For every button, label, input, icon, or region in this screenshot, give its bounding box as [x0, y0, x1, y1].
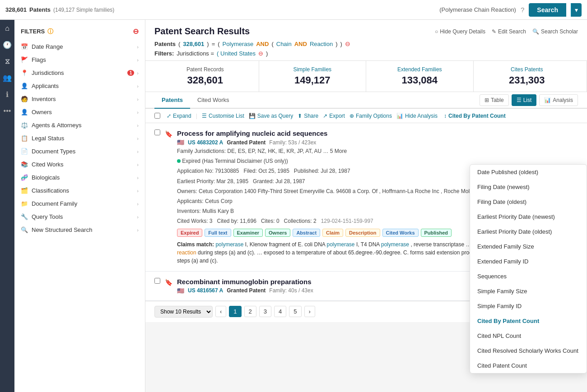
table-view-button[interactable]: ⊞ Table: [480, 94, 509, 106]
stat-extended-families-label[interactable]: Extended Families: [373, 66, 466, 73]
patent-1-checkbox[interactable]: [154, 129, 160, 135]
tag-cited-works[interactable]: Cited Works: [382, 229, 419, 237]
tag-owners[interactable]: Owners: [265, 229, 290, 237]
query-count[interactable]: 328,601: [183, 41, 204, 47]
results-per-page-select[interactable]: Show 10 Results: [154, 306, 213, 318]
analysis-view-button[interactable]: 📊 Analysis: [539, 94, 578, 106]
sort-option-filing-date-(oldest)[interactable]: Filing Date (oldest): [470, 194, 587, 209]
search-button[interactable]: Search: [529, 3, 566, 17]
page-2-button[interactable]: 2: [244, 306, 256, 317]
export-icon: ↗: [323, 113, 327, 119]
tag-abstract[interactable]: Abstract: [293, 229, 320, 237]
sort-option-date-published-(oldest)[interactable]: Date Published (oldest): [470, 165, 587, 180]
sort-option-extended-family-size[interactable]: Extended Family Size: [470, 239, 587, 254]
sidebar-item-flags[interactable]: 🚩 Flags ›: [14, 53, 145, 66]
expand-button[interactable]: ⤢ Expand: [167, 113, 191, 119]
sort-option-filing-date-(newest)[interactable]: Filing Date (newest): [470, 180, 587, 194]
tab-patents[interactable]: Patents: [154, 92, 190, 109]
sort-option-sequences[interactable]: Sequences: [470, 269, 587, 284]
patent-2-id[interactable]: US 4816567 A: [188, 287, 223, 294]
sort-option-cited-resolved-scholarly-works-count[interactable]: Cited Resolved Scholarly Works Count: [470, 343, 587, 358]
hide-analysis-button[interactable]: 📊 Hide Analysis: [396, 113, 438, 119]
sidebar-item-legal-status[interactable]: 📋 Legal Status ›: [14, 132, 145, 145]
page-4-button[interactable]: 4: [274, 306, 286, 317]
filter-icon[interactable]: ⧖: [5, 57, 10, 65]
page-3-button[interactable]: 3: [259, 306, 271, 317]
patent-2-type: Granted Patent: [227, 287, 266, 294]
tag-published[interactable]: Published: [421, 229, 452, 237]
sort-option-extended-family-id[interactable]: Extended Family ID: [470, 254, 587, 269]
query-term-chain: Chain: [276, 41, 292, 47]
stat-simple-families-label[interactable]: Simple Families: [266, 66, 359, 73]
us-flag-2: 🇺🇸: [177, 287, 184, 294]
cited-by-count-button[interactable]: ↕ Cited By Patent Count: [444, 113, 506, 119]
patent-1-bookmark[interactable]: 🔖: [165, 130, 172, 138]
list-view-button[interactable]: ☰ List: [512, 94, 537, 106]
cited-works-chevron: ›: [137, 162, 139, 167]
search-scholar-button[interactable]: 🔍 Search Scholar: [532, 28, 578, 35]
customise-list-button[interactable]: ☰ Customise List: [202, 113, 244, 119]
sort-option-earliest-priority-date-(oldest)[interactable]: Earliest Priority Date (oldest): [470, 224, 587, 239]
sidebar-item-applicants[interactable]: 👤 Applicants ›: [14, 79, 145, 92]
patent-2-checkbox[interactable]: [154, 278, 160, 284]
stat-cites-patents[interactable]: Cites Patents 231,303: [474, 61, 587, 92]
stat-extended-families[interactable]: Extended Families 133,084: [366, 61, 474, 92]
sort-option-earliest-priority-date-(newest)[interactable]: Earliest Priority Date (newest): [470, 209, 587, 224]
sort-option-cited-by-patent-count[interactable]: Cited By Patent Count: [470, 314, 587, 328]
flags-label: Flags: [32, 56, 46, 63]
tag-claim[interactable]: Claim: [322, 229, 343, 237]
sort-option-simple-family-id[interactable]: Simple Family ID: [470, 299, 587, 314]
select-all-checkbox[interactable]: [154, 113, 160, 119]
sort-option-simple-family-size[interactable]: Simple Family Size: [470, 284, 587, 299]
sidebar-item-owners[interactable]: 👤 Owners ›: [14, 106, 145, 119]
sidebar-item-agents-attorneys[interactable]: ⚖️ Agents & Attorneys ›: [14, 119, 145, 132]
save-as-query-button[interactable]: 💾 Save as Query: [249, 113, 293, 119]
sidebar-item-biologicals[interactable]: 🧬 Biologicals ›: [14, 171, 145, 184]
filters-remove-button[interactable]: ⊖: [133, 27, 139, 36]
more-icon[interactable]: •••: [4, 107, 11, 115]
tag-full-text[interactable]: Full text: [205, 229, 231, 237]
query-remove-button[interactable]: ⊖: [345, 40, 350, 47]
inventors-chevron: ›: [137, 97, 139, 102]
sidebar-item-new-structured-search[interactable]: 🔍 New Structured Search ›: [14, 223, 145, 236]
family-options-button[interactable]: ⊕ Family Options: [349, 113, 392, 119]
sidebar-item-jurisdictions[interactable]: 📍 Jurisdictions 1 ›: [14, 66, 145, 79]
sort-option-cited-patent-count[interactable]: Cited Patent Count: [470, 358, 587, 373]
edit-search-button[interactable]: ✎ Edit Search: [492, 28, 526, 35]
stat-simple-families[interactable]: Simple Families 149,127: [259, 61, 367, 92]
page-prev-button[interactable]: ‹: [215, 306, 226, 317]
tag-description[interactable]: Description: [345, 229, 380, 237]
sidebar-item-classifications[interactable]: 🗂️ Classifications ›: [14, 184, 145, 197]
sidebar-item-document-types[interactable]: 📄 Document Types ›: [14, 145, 145, 158]
tab-cited-works[interactable]: Cited Works: [190, 92, 237, 109]
page-next-button[interactable]: ›: [304, 306, 315, 317]
help-button[interactable]: ?: [521, 6, 524, 14]
sidebar-item-query-tools[interactable]: 🔧 Query Tools ›: [14, 210, 145, 223]
page-5-button[interactable]: 5: [289, 306, 301, 317]
share-button[interactable]: ⬆ Share: [298, 113, 318, 119]
sidebar-item-cited-works[interactable]: 📚 Cited Works ›: [14, 158, 145, 171]
stat-cites-patents-label[interactable]: Cites Patents: [481, 66, 573, 73]
query-patents-label: Patents: [154, 41, 176, 47]
tag-expired[interactable]: Expired: [177, 229, 202, 237]
clock-icon[interactable]: 🕐: [3, 41, 12, 49]
stat-cites-patents-value: 231,303: [481, 74, 573, 86]
export-button[interactable]: ↗ Export: [323, 113, 345, 119]
sidebar-item-inventors[interactable]: 🧑 Inventors ›: [14, 92, 145, 106]
sidebar-item-document-family[interactable]: 📁 Document Family ›: [14, 197, 145, 210]
legal-status-icon: 📋: [21, 135, 28, 142]
patent-1-id[interactable]: US 4683202 A: [188, 139, 223, 146]
people-icon[interactable]: 👥: [3, 74, 12, 82]
jurisdiction-filter-value[interactable]: ( United States: [217, 50, 256, 57]
info-circle-icon[interactable]: ℹ: [6, 90, 9, 99]
sidebar-item-date-range[interactable]: 📅 Date Range ›: [14, 40, 145, 53]
patent-2-bookmark[interactable]: 🔖: [165, 279, 172, 286]
hide-query-button[interactable]: ○ Hide Query Details: [435, 28, 485, 35]
home-icon[interactable]: ⌂: [5, 24, 9, 32]
tag-examiner[interactable]: Examiner: [233, 229, 263, 237]
filters-info-icon[interactable]: ⓘ: [47, 28, 53, 36]
jurisdiction-filter-remove[interactable]: ⊖: [258, 50, 263, 57]
sort-option-cited-npl-count[interactable]: Cited NPL Count: [470, 328, 587, 343]
search-dropdown-button[interactable]: ▾: [571, 3, 582, 17]
page-1-button[interactable]: 1: [229, 306, 241, 317]
